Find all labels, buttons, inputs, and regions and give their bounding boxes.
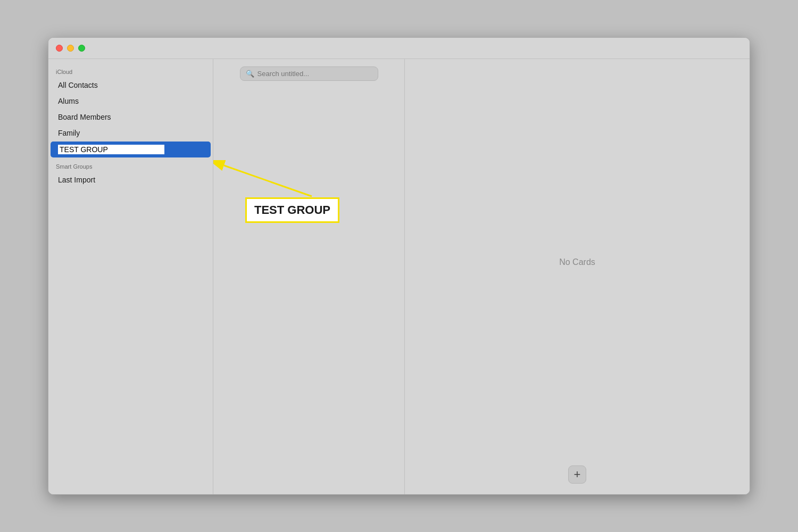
sidebar-item-family[interactable]: Family xyxy=(51,126,211,140)
minimize-button[interactable] xyxy=(67,45,74,52)
main-content: iCloud All Contacts Alums Board Members … xyxy=(48,59,750,494)
maximize-button[interactable] xyxy=(78,45,85,52)
annotation-arrow xyxy=(213,59,405,494)
traffic-lights xyxy=(56,45,85,52)
no-cards-label: No Cards xyxy=(559,59,595,466)
sidebar-item-last-import[interactable]: Last Import xyxy=(51,172,211,187)
add-button[interactable]: + xyxy=(568,466,586,484)
annotation-label: TEST GROUP xyxy=(245,197,339,223)
icloud-label: iCloud xyxy=(48,63,213,77)
search-input[interactable] xyxy=(257,70,372,78)
group-rename-input[interactable] xyxy=(58,145,164,154)
svg-line-1 xyxy=(224,165,312,196)
annotation-container: TEST GROUP xyxy=(245,197,339,223)
search-icon: 🔍 xyxy=(246,70,254,78)
right-panel: No Cards + xyxy=(405,59,750,494)
smart-groups-label: Smart Groups xyxy=(48,158,213,172)
app-window: iCloud All Contacts Alums Board Members … xyxy=(48,37,750,495)
sidebar-item-alums[interactable]: Alums xyxy=(51,94,211,109)
middle-panel: 🔍 TEST GROUP xyxy=(213,59,405,494)
search-bar: 🔍 xyxy=(240,66,378,81)
sidebar: iCloud All Contacts Alums Board Members … xyxy=(48,59,213,494)
title-bar xyxy=(48,38,750,59)
sidebar-item-board-members[interactable]: Board Members xyxy=(51,110,211,124)
sidebar-item-test-group[interactable] xyxy=(51,142,211,157)
sidebar-item-all-contacts[interactable]: All Contacts xyxy=(51,78,211,93)
close-button[interactable] xyxy=(56,45,63,52)
